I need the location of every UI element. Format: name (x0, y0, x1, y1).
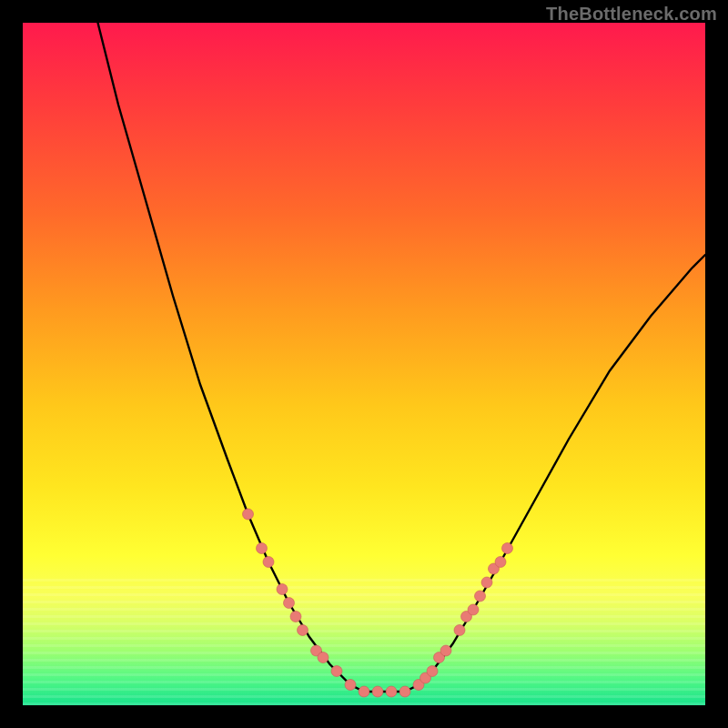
data-marker (454, 625, 465, 636)
data-marker (495, 557, 506, 568)
data-marker (345, 680, 356, 691)
data-marker (427, 666, 438, 677)
data-marker (263, 557, 274, 568)
data-marker (386, 686, 397, 697)
data-marker (298, 625, 308, 636)
data-marker (331, 666, 342, 677)
curve-path (98, 23, 706, 692)
data-marker (475, 591, 486, 602)
data-marker (502, 543, 513, 554)
data-marker (290, 612, 301, 622)
data-marker (468, 604, 479, 615)
data-marker (277, 584, 288, 595)
branding-watermark: TheBottleneck.com (546, 4, 717, 25)
plot-area (23, 23, 705, 705)
chart-frame: TheBottleneck.com (0, 0, 728, 728)
bottleneck-curve (23, 23, 705, 705)
data-marker (243, 509, 254, 520)
data-marker (481, 577, 492, 588)
data-marker (399, 686, 410, 697)
data-marker (440, 645, 451, 656)
data-marker (284, 598, 295, 609)
data-marker (257, 543, 268, 554)
data-marker (359, 686, 369, 697)
data-marker (318, 652, 329, 663)
data-marker (372, 686, 383, 697)
